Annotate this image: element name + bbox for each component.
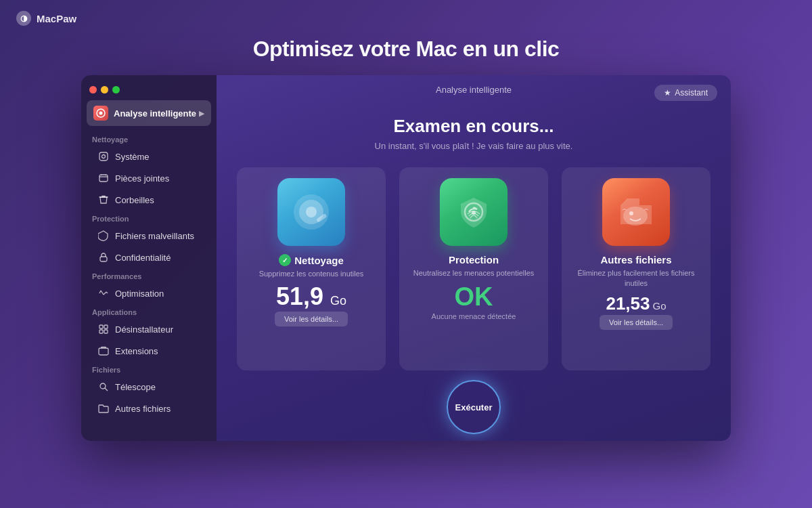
main-content: Analyse intelligente ★ Assistant Examen … bbox=[217, 75, 731, 441]
arrow-icon: ▶ bbox=[199, 109, 204, 118]
section-performances-label: Performances bbox=[81, 268, 217, 282]
top-bar: ◑ MacPaw bbox=[0, 0, 812, 37]
scan-title: Examen en cours... bbox=[394, 116, 554, 137]
fichiers-malveillants-icon bbox=[97, 230, 110, 242]
assistant-button[interactable]: ★ Assistant bbox=[654, 85, 717, 101]
svg-rect-10 bbox=[99, 325, 103, 329]
hdd-card-icon bbox=[277, 178, 345, 246]
card-protection-status: Aucune menace détectée bbox=[432, 312, 516, 320]
section-protection-label: Protection bbox=[81, 211, 217, 225]
cards-row: ✓ Nettoyage Supprimez les contenus inuti… bbox=[217, 167, 731, 371]
autres-fichiers-label: Autres fichiers bbox=[115, 404, 171, 414]
card-nettoyage-name: ✓ Nettoyage bbox=[279, 254, 344, 266]
card-protection-value-ok: OK bbox=[455, 284, 493, 310]
card-autres-name: Autres fichiers bbox=[600, 254, 671, 266]
card-nettoyage-btn[interactable]: Voir les détails... bbox=[275, 312, 348, 326]
sidebar-active-label: Analyse intelligente bbox=[114, 108, 196, 119]
desinstallateur-label: Désinstallateur bbox=[115, 324, 173, 335]
card-nettoyage-value: 51,9 Go bbox=[276, 284, 346, 309]
folder-card-icon bbox=[602, 178, 670, 246]
assistant-icon: ★ bbox=[664, 88, 671, 98]
shield-card-icon bbox=[440, 178, 508, 246]
telescope-label: Télescope bbox=[115, 382, 156, 392]
svg-point-3 bbox=[102, 155, 106, 158]
extensions-label: Extensions bbox=[115, 346, 158, 356]
svg-line-16 bbox=[105, 388, 108, 391]
card-autres-btn[interactable]: Voir les détails... bbox=[600, 315, 673, 330]
scan-subtitle: Un instant, s'il vous plaît ! Je vais fa… bbox=[375, 141, 573, 151]
corbeilles-icon bbox=[97, 194, 110, 206]
svg-point-15 bbox=[100, 383, 106, 389]
svg-rect-12 bbox=[99, 330, 103, 333]
window-controls bbox=[81, 83, 217, 100]
macpaw-logo-icon: ◑ bbox=[16, 11, 31, 26]
svg-rect-2 bbox=[99, 152, 108, 161]
card-nettoyage: ✓ Nettoyage Supprimez les contenus inuti… bbox=[237, 167, 386, 371]
assistant-label: Assistant bbox=[675, 88, 708, 98]
main-section-title: Analyse intelligente bbox=[436, 85, 512, 95]
svg-rect-4 bbox=[99, 175, 108, 182]
optimisation-icon bbox=[97, 287, 110, 299]
svg-point-24 bbox=[629, 211, 633, 215]
check-icon: ✓ bbox=[279, 254, 291, 266]
card-autres-value: 21,53 bbox=[606, 295, 650, 312]
telescope-icon bbox=[97, 381, 110, 393]
svg-line-9 bbox=[106, 292, 108, 293]
card-autres-value-wrap: 21,53 Go bbox=[606, 295, 666, 312]
extensions-icon bbox=[97, 345, 110, 357]
desinstallateur-icon bbox=[97, 323, 110, 335]
svg-rect-5 bbox=[100, 257, 107, 261]
optimisation-label: Optimisation bbox=[115, 289, 164, 299]
systeme-icon bbox=[97, 150, 110, 163]
svg-rect-11 bbox=[104, 325, 108, 329]
analyse-icon bbox=[93, 106, 108, 121]
section-nettoyage-label: Nettoyage bbox=[81, 131, 217, 146]
page-headline: Optimisez votre Mac en un clic bbox=[253, 37, 560, 62]
card-protection-name: Protection bbox=[449, 254, 499, 266]
minimize-button[interactable] bbox=[101, 86, 108, 93]
corbeilles-label: Corbeilles bbox=[115, 195, 154, 205]
app-window: Analyse intelligente ▶ Nettoyage Système… bbox=[81, 75, 731, 441]
section-fichiers-label: Fichiers bbox=[81, 362, 217, 376]
pieces-jointes-label: Pièces jointes bbox=[115, 173, 169, 184]
sidebar-item-confidentialite[interactable]: Confidentialité bbox=[87, 247, 211, 268]
card-autres-fichiers: Autres fichiers Éliminez plus facilement… bbox=[562, 167, 710, 371]
card-protection-desc: Neutralisez les menaces potentielles bbox=[413, 268, 535, 278]
autres-fichiers-icon bbox=[97, 402, 110, 415]
sidebar-item-analyse[interactable]: Analyse intelligente ▶ bbox=[87, 100, 211, 126]
fichiers-malveillants-label: Fichiers malveillants bbox=[115, 231, 194, 241]
sidebar-item-optimisation[interactable]: Optimisation bbox=[87, 283, 211, 303]
card-nettoyage-unit: Go bbox=[330, 294, 346, 308]
execute-btn-wrap: Exécuter bbox=[447, 371, 501, 441]
svg-line-8 bbox=[104, 292, 106, 295]
card-protection: Protection Neutralisez les menaces poten… bbox=[399, 167, 548, 371]
svg-point-1 bbox=[99, 112, 103, 115]
execute-button[interactable]: Exécuter bbox=[447, 380, 501, 434]
brand-name: MacPaw bbox=[37, 13, 76, 24]
sidebar-item-corbeilles[interactable]: Corbeilles bbox=[87, 190, 211, 210]
sidebar-item-systeme[interactable]: Système bbox=[87, 146, 211, 167]
svg-rect-14 bbox=[99, 348, 108, 355]
main-header: Analyse intelligente ★ Assistant bbox=[217, 75, 731, 110]
sidebar-item-telescope[interactable]: Télescope bbox=[87, 377, 211, 397]
close-button[interactable] bbox=[89, 86, 97, 93]
svg-point-19 bbox=[306, 207, 317, 217]
svg-rect-13 bbox=[104, 330, 108, 333]
confidentialite-label: Confidentialité bbox=[115, 253, 171, 263]
sidebar-item-extensions[interactable]: Extensions bbox=[87, 341, 211, 361]
logo: ◑ MacPaw bbox=[16, 11, 76, 26]
hdd-icon bbox=[277, 178, 345, 246]
sidebar-item-fichiers-malveillants[interactable]: Fichiers malveillants bbox=[87, 226, 211, 246]
svg-point-23 bbox=[623, 207, 648, 226]
section-applications-label: Applications bbox=[81, 304, 217, 318]
sidebar: Analyse intelligente ▶ Nettoyage Système… bbox=[81, 75, 217, 441]
sidebar-item-pieces-jointes[interactable]: Pièces jointes bbox=[87, 168, 211, 188]
svg-line-7 bbox=[101, 291, 104, 295]
card-autres-unit: Go bbox=[653, 300, 667, 312]
shield-icon bbox=[440, 178, 508, 246]
card-nettoyage-desc: Supprimez les contenus inutiles bbox=[259, 269, 364, 279]
sidebar-item-desinstallateur[interactable]: Désinstallateur bbox=[87, 319, 211, 339]
maximize-button[interactable] bbox=[112, 86, 120, 93]
folder-icon bbox=[602, 178, 670, 246]
sidebar-item-autres-fichiers[interactable]: Autres fichiers bbox=[87, 398, 211, 419]
